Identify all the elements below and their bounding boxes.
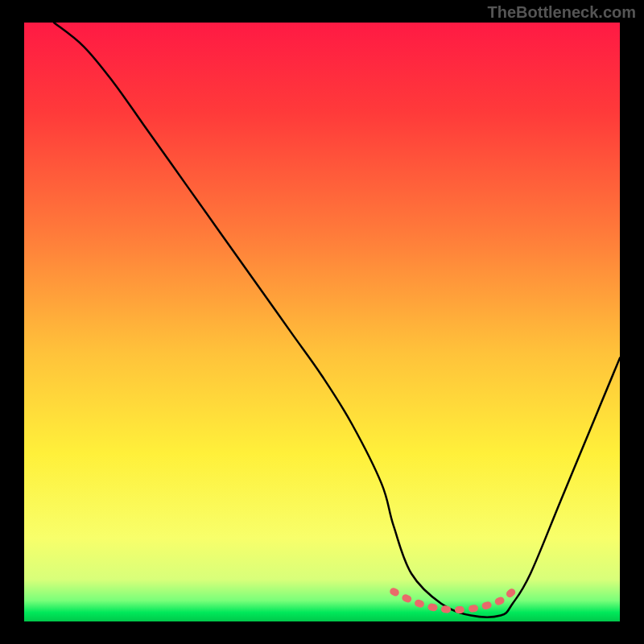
watermark-text: TheBottleneck.com xyxy=(488,3,636,22)
bottleneck-chart xyxy=(0,0,644,644)
chart-container: TheBottleneck.com xyxy=(0,0,644,644)
chart-gradient-bg xyxy=(24,23,620,621)
